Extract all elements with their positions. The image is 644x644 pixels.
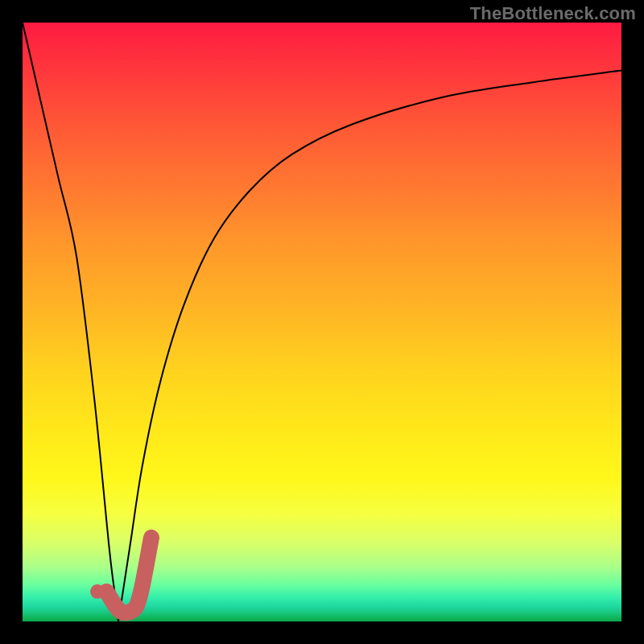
curve-left-branch <box>23 23 118 621</box>
outer-frame: TheBottleneck.com <box>0 0 644 644</box>
watermark-text: TheBottleneck.com <box>470 3 636 24</box>
plot-area <box>23 23 621 621</box>
dot-marker <box>90 584 105 599</box>
curve-right-branch <box>118 71 621 622</box>
chart-svg <box>23 23 621 621</box>
